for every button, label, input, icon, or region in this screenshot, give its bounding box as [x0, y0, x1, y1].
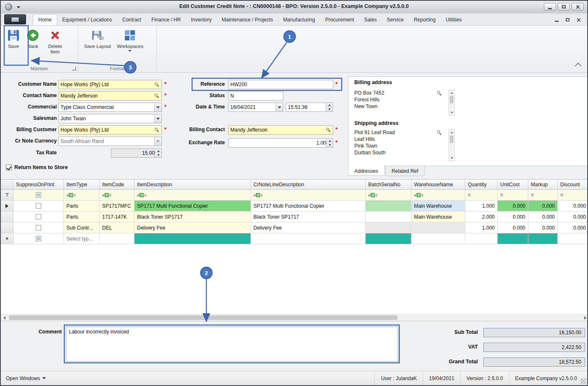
search-icon[interactable] [154, 127, 160, 133]
cell-crnotelinedescription[interactable]: SP1717 Multi Functional Copier [251, 201, 366, 212]
column-header-discount[interactable]: Discount [558, 180, 588, 190]
cell-batchserialno[interactable] [366, 233, 411, 244]
tab-contract[interactable]: Contract [117, 15, 146, 25]
billing-contact-field[interactable]: Mandy Jefferson [228, 125, 333, 135]
tab-inventory[interactable]: Inventory [186, 15, 216, 25]
tab-procurement[interactable]: Procurement [320, 15, 359, 25]
shipping-address-scrollbar[interactable] [448, 129, 455, 161]
search-icon[interactable] [154, 82, 160, 87]
cell-itemcode[interactable] [100, 233, 134, 244]
cell-discount[interactable]: 0.000 [558, 201, 588, 212]
dialog-launcher-icon[interactable] [72, 67, 76, 71]
cell-unitcost[interactable]: 0.000 [498, 222, 528, 233]
cell-itemdescription[interactable]: SP1717 Multi Functional Copier [134, 201, 251, 212]
date-field[interactable]: 16/04/2021 [228, 103, 283, 112]
commercial-combobox[interactable]: Type Class Commercial [58, 103, 162, 112]
filter-itemdescription[interactable]: aBc [134, 190, 251, 201]
cell-unitcost[interactable] [498, 233, 528, 244]
scrollbar-thumb[interactable] [450, 96, 454, 103]
column-header-itemdescription[interactable]: ItemDescription [134, 180, 251, 190]
cell-crnotelinedescription[interactable] [251, 233, 366, 244]
checkbox-icon[interactable] [36, 203, 41, 209]
scroll-up-icon[interactable] [449, 130, 454, 135]
scroll-up-icon[interactable] [449, 90, 454, 95]
exchange-rate-field[interactable]: 1.00 [228, 138, 333, 148]
time-field[interactable]: 15:51:36 [286, 103, 333, 112]
reference-field[interactable]: HW200 [228, 80, 333, 89]
filter-discount[interactable]: = [558, 190, 588, 201]
resize-grip[interactable] [580, 378, 586, 384]
cell-quantity[interactable]: 2.000 [465, 212, 498, 222]
checkbox-icon[interactable] [36, 225, 41, 230]
mdi-minimize-button[interactable] [551, 16, 562, 24]
cell-suppressonprint[interactable] [13, 222, 64, 233]
horizontal-scrollbar[interactable] [1, 314, 588, 321]
filter-suppressonprint[interactable] [13, 190, 64, 201]
cell-discount[interactable]: 0.000 [558, 222, 588, 233]
salesman-combobox[interactable]: John Twain [58, 114, 162, 123]
workspaces-button[interactable]: Workspaces [114, 27, 146, 53]
maximize-button[interactable] [558, 3, 570, 11]
scrollbar-thumb[interactable] [450, 135, 454, 143]
status-field[interactable]: N [228, 91, 283, 100]
column-header-unitcost[interactable]: UnitCost [498, 180, 528, 190]
save-layout-button[interactable]: Save Layout [82, 27, 113, 50]
tab-reporting[interactable]: Reporting [409, 15, 440, 25]
cell-itemcode[interactable]: 1717-147K [100, 212, 134, 222]
tab-addresses[interactable]: Addresses [348, 166, 385, 176]
tab-service[interactable]: Service [382, 15, 409, 25]
cell-quantity[interactable] [465, 233, 498, 244]
cell-crnotelinedescription[interactable]: Black Toner SP1717 [251, 212, 366, 222]
filter-unitcost[interactable]: = [498, 190, 528, 201]
mdi-restore-button[interactable] [562, 16, 573, 24]
tab-utilities[interactable]: Utilities [440, 15, 467, 25]
filter-warehousename[interactable]: aBc [411, 190, 465, 201]
column-header-warehousename[interactable]: WarehouseName [411, 180, 465, 190]
cell-unitcost[interactable]: 0.000 [498, 201, 528, 212]
cell-quantity[interactable]: 1.000 [465, 222, 498, 233]
column-header-markup[interactable]: Markup [528, 180, 558, 190]
cell-markup[interactable]: 0.000 [528, 212, 558, 222]
close-button[interactable] [572, 3, 584, 11]
search-icon[interactable] [154, 93, 160, 99]
billing-customer-field[interactable]: Hope Works (Pty) Ltd [58, 125, 162, 135]
open-windows-button[interactable]: Open Windows [1, 375, 46, 381]
column-header-itemtype[interactable]: ItemType [64, 180, 100, 190]
column-header-batchserialno[interactable]: BatchSerialNo [366, 180, 411, 190]
filter-batchserialno[interactable]: aBc [366, 190, 411, 201]
column-header-quantity[interactable]: Quantity [465, 180, 498, 190]
billing-address-scrollbar[interactable] [448, 90, 455, 116]
checkbox-indeterminate-icon[interactable] [36, 236, 41, 241]
cell-suppressonprint[interactable] [13, 212, 64, 222]
cell-warehousename[interactable]: Main Warehouse [411, 201, 465, 212]
filter-markup[interactable]: = [528, 190, 558, 201]
tab-home[interactable]: Home [33, 14, 57, 25]
back-button[interactable]: Back [24, 27, 42, 50]
contact-name-field[interactable]: Mandy Jefferson [58, 91, 162, 100]
filter-crnotelinedescription[interactable]: aBc [251, 190, 366, 201]
cell-warehousename[interactable]: Main Warehouse [411, 212, 465, 222]
cell-itemcode[interactable]: SP1717MFC [100, 201, 134, 212]
search-icon[interactable] [437, 130, 442, 135]
minimize-button[interactable] [544, 3, 556, 11]
cell-markup[interactable] [528, 233, 558, 244]
cell-itemtype[interactable]: Parts [64, 201, 100, 212]
dropdown-arrow-icon[interactable] [154, 114, 161, 123]
cell-discount[interactable]: 0.000 [558, 212, 588, 222]
billing-address-text[interactable]: PO Box 7452 Forest Hills New Town [354, 90, 436, 116]
filter-itemtype[interactable]: aBc [64, 190, 100, 201]
filter-itemcode[interactable]: aBc [100, 190, 134, 201]
customer-name-field[interactable]: Hope Works (Pty) Ltd [58, 80, 162, 89]
cell-itemtype[interactable]: Sub Contr... [64, 222, 100, 233]
tab-finance-hr[interactable]: Finance / HR [146, 15, 186, 25]
return-items-checkbox[interactable] [6, 164, 12, 170]
cell-itemtype[interactable]: Parts [64, 212, 100, 222]
cell-discount[interactable] [558, 233, 588, 244]
cell-markup[interactable]: 0.000 [528, 201, 558, 212]
workspaces-dropdown-icon[interactable] [128, 50, 132, 52]
column-header-itemcode[interactable]: ItemCode [100, 180, 134, 190]
filter-quantity[interactable]: = [465, 190, 498, 201]
search-icon[interactable] [437, 90, 442, 96]
cell-batchserialno[interactable] [366, 212, 411, 222]
tab-equipment-locations[interactable]: Equipment / Locations [57, 15, 117, 25]
